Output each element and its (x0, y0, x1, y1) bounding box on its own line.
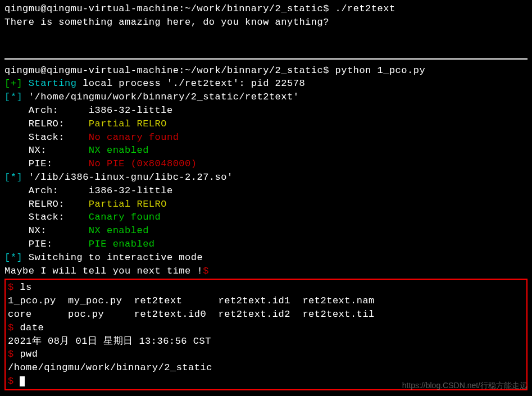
relro-label: RELRO: (4, 199, 89, 210)
command-text: python 1_pco.py (335, 65, 426, 76)
shell-prompt: qingmu@qingmu-virtual-machine:~/work/bin… (4, 3, 335, 14)
interactive-prompt: $ (8, 282, 20, 293)
stack-value: Canary found (89, 212, 161, 222)
program-output: Maybe I will tell you next time !$ (4, 265, 528, 278)
pwntools-line: [+] Starting local process './ret2text':… (4, 77, 528, 90)
interactive-prompt: $ (203, 266, 209, 276)
section-divider (4, 58, 528, 60)
date-output: 2021年 08月 01日 星期日 13:36:56 CST (8, 335, 524, 348)
command-text: ls (20, 282, 31, 293)
stack-value: No canary found (89, 132, 179, 143)
stack-label: Stack: (4, 132, 89, 143)
shell-line[interactable]: $ ls (8, 281, 524, 294)
command-text: date (20, 322, 44, 333)
terminal-line: qingmu@qingmu-virtual-machine:~/work/bin… (4, 64, 528, 78)
status-rest: local process './ret2text': pid 22578 (76, 78, 305, 89)
cursor-icon (20, 376, 25, 386)
marker-info: [*] (4, 92, 29, 102)
marker-info: [*] (4, 172, 29, 183)
arch-label: Arch: (4, 185, 89, 196)
nx-label: NX: (4, 145, 89, 156)
checksec-row: Stack: Canary found (4, 211, 528, 224)
pie-label: PIE: (4, 239, 89, 249)
command-text: ./ret2text (335, 3, 395, 14)
status-starting: Starting (29, 78, 77, 89)
stack-label: Stack: (4, 212, 89, 222)
interactive-prompt: $ (8, 376, 20, 386)
shell-line[interactable]: $ date (8, 321, 524, 335)
switching-text: Switching to interactive mode (29, 252, 203, 263)
arch-value: i386-32-little (89, 185, 173, 196)
checksec-row: Arch: i386-32-little (4, 184, 528, 198)
interactive-prompt: $ (8, 322, 20, 333)
checksec-row: Stack: No canary found (4, 131, 528, 144)
output-line: There is something amazing here, do you … (4, 16, 528, 29)
relro-label: RELRO: (4, 119, 89, 129)
terminal-line: qingmu@qingmu-virtual-machine:~/work/bin… (4, 2, 528, 16)
arch-value: i386-32-little (89, 105, 173, 116)
pwntools-line: [*] '/home/qingmu/work/binnary/2_static/… (4, 90, 528, 104)
interactive-prompt: $ (8, 349, 20, 359)
nx-label: NX: (4, 225, 89, 236)
watermark-text: https://blog.CSDN.net/行稳方能走远 (402, 380, 528, 392)
pwd-output: /home/qingmu/work/binnary/2_static (8, 361, 524, 375)
checksec-row: NX: NX enabled (4, 144, 528, 157)
checksec-row: PIE: No PIE (0x8048000) (4, 157, 528, 171)
checksec-row: Arch: i386-32-little (4, 104, 528, 117)
command-text: pwd (20, 349, 38, 359)
nx-value: NX enabled (89, 225, 149, 236)
shell-prompt: qingmu@qingmu-virtual-machine:~/work/bin… (4, 65, 335, 76)
binary-path: '/home/qingmu/work/binnary/2_static/ret2… (29, 92, 299, 102)
checksec-row: NX: NX enabled (4, 224, 528, 238)
ls-output: core poc.py ret2text.id0 ret2text.id2 re… (8, 308, 524, 321)
marker-plus: [+] (4, 78, 29, 89)
relro-value: Partial RELRO (89, 199, 167, 210)
libc-path: '/lib/i386-linux-gnu/libc-2.27.so' (29, 172, 233, 183)
pwntools-line: [*] '/lib/i386-linux-gnu/libc-2.27.so' (4, 171, 528, 184)
marker-info: [*] (4, 252, 29, 263)
ls-output: 1_pco.py my_poc.py ret2text ret2text.id1… (8, 294, 524, 308)
pie-value: PIE enabled (89, 239, 155, 249)
checksec-row: PIE: PIE enabled (4, 238, 528, 251)
checksec-row: RELRO: Partial RELRO (4, 117, 528, 131)
pwntools-line: [*] Switching to interactive mode (4, 251, 528, 265)
shell-line[interactable]: $ pwd (8, 348, 524, 361)
pie-label: PIE: (4, 158, 89, 169)
interactive-shell-box: $ ls 1_pco.py my_poc.py ret2text ret2tex… (4, 279, 528, 390)
checksec-row: RELRO: Partial RELRO (4, 198, 528, 211)
relro-value: Partial RELRO (89, 119, 167, 129)
pie-value: No PIE (0x8048000) (89, 158, 197, 169)
nx-value: NX enabled (89, 145, 149, 156)
arch-label: Arch: (4, 105, 89, 116)
